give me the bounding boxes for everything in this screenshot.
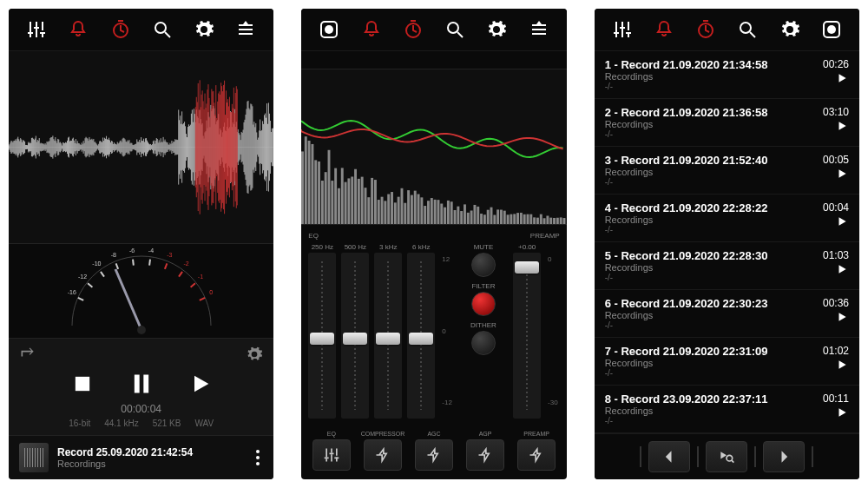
svg-rect-51 [371,178,373,224]
waveform-display[interactable] [9,51,273,243]
search-icon[interactable] [443,17,467,42]
mute-knob[interactable] [471,253,496,277]
more-icon[interactable] [253,446,263,469]
svg-line-8 [78,298,83,300]
svg-rect-102 [540,214,542,224]
svg-rect-87 [490,208,493,224]
eq-label: EQ [308,232,319,240]
recording-item[interactable]: 1 - Record 21.09.2020 21:34:58 Recording… [595,51,859,99]
filter-knob[interactable] [471,292,496,316]
nowplaying-thumbnail-icon [19,443,49,472]
svg-text:-10: -10 [92,260,101,267]
screen-waveform: -16-12-10-8-6-4-3-2-10 00:00:04 16-bit 4… [9,9,273,479]
play-icon[interactable] [835,120,849,135]
gear-icon[interactable] [484,17,509,42]
svg-rect-86 [487,210,490,224]
rec-duration: 00:26 [823,58,849,70]
bb-eq-button[interactable] [312,439,351,471]
bb-agc-button[interactable] [415,439,453,471]
recording-item[interactable]: 6 - Record 21.09.2020 22:30:23 Recording… [595,290,859,338]
svg-rect-104 [547,216,549,224]
svg-text:-6: -6 [129,247,135,254]
rec-title: 5 - Record 21.09.2020 22:28:30 [605,249,823,262]
repeat-icon[interactable] [19,346,36,366]
svg-line-16 [133,260,134,266]
preamp-value: +0.00 [518,243,536,251]
recordings-list[interactable]: 1 - Record 21.09.2020 21:34:58 Recording… [595,51,859,433]
rec-icon[interactable] [317,17,341,42]
menu-icon[interactable] [527,17,551,42]
bottom-buttons: EQ COMPRESSOR AGC AGP PREAMP [301,425,566,479]
svg-rect-80 [467,213,470,224]
rec-duration: 01:02 [823,345,849,357]
svg-line-10 [88,283,92,287]
svg-rect-33 [312,144,314,224]
gear-icon[interactable] [778,17,802,42]
recording-item[interactable]: 2 - Record 21.09.2020 21:36:58 Recording… [595,99,859,147]
rec-sub: Recordings [605,214,823,225]
play-button[interactable] [188,372,213,399]
svg-text:-12: -12 [78,274,87,280]
svg-rect-42 [341,168,344,224]
prev-button[interactable] [648,441,690,472]
dither-knob[interactable] [471,331,496,355]
stop-button[interactable] [70,372,95,399]
scale-mid: 0 [442,327,452,335]
recording-item[interactable]: 4 - Record 21.09.2020 22:28:22 Recording… [595,195,859,242]
svg-rect-79 [464,204,466,224]
timer-icon[interactable] [108,17,133,42]
svg-point-110 [727,455,733,461]
bb-agp-button[interactable] [466,439,504,471]
rec-sub: Recordings [605,406,823,416]
sliders-icon[interactable] [24,17,49,42]
vu-meter: -16-12-10-8-6-4-3-2-10 [9,243,273,339]
eq-slider-2[interactable] [374,253,402,419]
svg-rect-40 [334,168,337,224]
rec-duration: 01:03 [823,249,849,261]
gear-icon[interactable] [192,17,216,42]
bell-icon[interactable] [359,17,384,42]
play-icon[interactable] [835,263,849,279]
next-button[interactable] [763,441,805,472]
bell-icon[interactable] [652,17,676,42]
recording-item[interactable]: 3 - Record 21.09.2020 21:52:40 Recording… [595,147,859,195]
svg-rect-95 [516,213,519,224]
svg-rect-64 [414,191,417,224]
svg-rect-100 [533,217,536,224]
rec-icon[interactable] [819,17,844,42]
pause-button[interactable] [129,372,154,399]
bell-icon[interactable] [66,17,90,42]
play-icon[interactable] [835,168,849,183]
scale-hi: 12 [442,255,452,263]
bb-compressor-button[interactable] [364,439,402,471]
play-icon[interactable] [835,215,849,231]
rec-duration: 00:36 [823,297,849,309]
recording-item[interactable]: 5 - Record 21.09.2020 22:28:30 Recording… [595,242,859,290]
svg-rect-90 [500,210,503,224]
preamp-slider[interactable] [513,253,541,419]
sliders-icon[interactable] [610,17,635,42]
eq-slider-1[interactable] [341,253,369,419]
now-playing-bar[interactable]: Record 25.09.2020 21:42:54 Recordings [9,435,273,479]
bb-preamp-button[interactable] [517,439,556,471]
play-icon[interactable] [835,359,849,374]
svg-rect-67 [424,206,427,224]
search-icon[interactable] [735,17,760,42]
timer-icon[interactable] [694,17,718,42]
menu-icon[interactable] [233,17,258,42]
play-icon[interactable] [835,311,849,326]
recording-item[interactable]: 7 - Record 21.09.2020 22:31:09 Recording… [595,338,859,386]
settings-icon[interactable] [246,346,263,366]
search-icon[interactable] [150,17,174,42]
spectrum-display[interactable] [301,69,566,225]
svg-rect-69 [431,198,433,224]
svg-rect-105 [550,218,553,224]
timer-icon[interactable] [401,17,425,42]
play-search-button[interactable] [706,441,747,472]
eq-slider-3[interactable] [407,253,435,419]
svg-rect-60 [401,188,404,224]
play-icon[interactable] [835,406,849,422]
play-icon[interactable] [835,72,849,88]
eq-slider-0[interactable] [308,253,336,419]
recording-item[interactable]: 8 - Record 23.09.2020 22:37:11 Recording… [595,386,859,433]
